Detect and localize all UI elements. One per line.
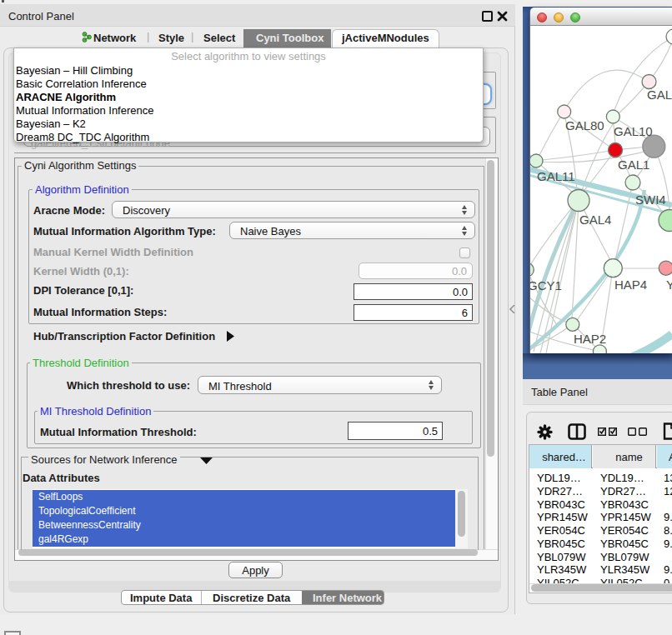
svg-text:HAP4: HAP4 <box>614 278 647 292</box>
svg-text:GAL4: GAL4 <box>579 212 611 227</box>
svg-text:SWI4: SWI4 <box>635 192 666 207</box>
svg-text:GAL80: GAL80 <box>565 118 604 132</box>
svg-text:HAP2: HAP2 <box>574 332 606 346</box>
svg-text:GAL7: GAL7 <box>647 88 672 102</box>
svg-text:GAL11: GAL11 <box>537 169 575 183</box>
svg-text:GCY1: GCY1 <box>530 278 562 292</box>
svg-text:GAL10: GAL10 <box>614 124 653 138</box>
svg-text:GAL1: GAL1 <box>618 158 649 172</box>
svg-text:YEL009C: YEL009C <box>666 278 672 292</box>
